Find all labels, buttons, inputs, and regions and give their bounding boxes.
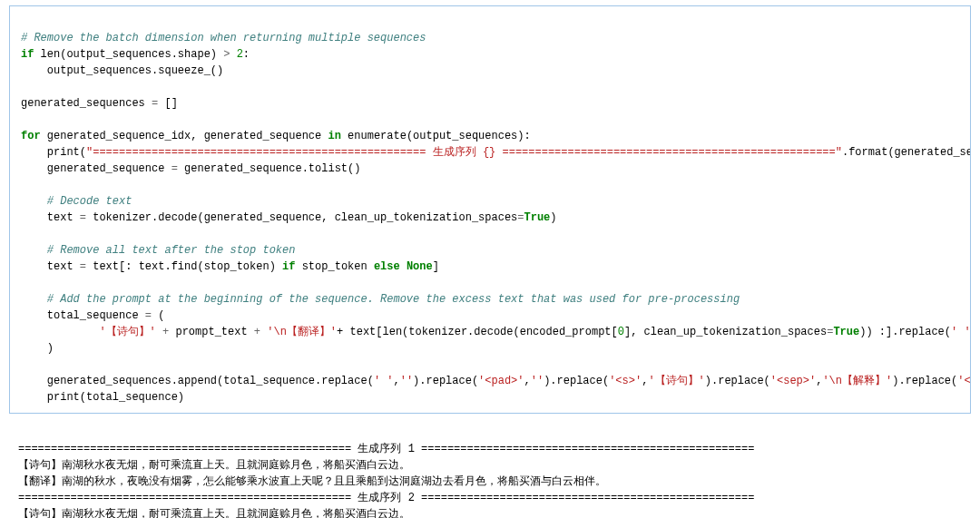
fn-len: len xyxy=(41,48,61,61)
tolist: generated_sequence.tolist() xyxy=(178,162,361,175)
sep2l: ========================================… xyxy=(18,492,351,504)
colon: : xyxy=(243,48,250,61)
plus2: + xyxy=(254,326,260,338)
kw-in: in xyxy=(328,130,340,142)
seq1-poem: 【诗句】南湖秋水夜无烟，耐可乘流直上天。且就洞庭赊月色，将船买酒白云边。 xyxy=(18,459,410,472)
output-cell: ========================================… xyxy=(9,419,971,518)
comma3: , xyxy=(393,375,399,387)
str-sep-right: ========================================… xyxy=(495,146,842,159)
sep2r: ========================================… xyxy=(421,492,754,504)
str-trans: '\n【翻译】' xyxy=(267,326,337,338)
op-eq2: = xyxy=(172,162,178,175)
true2: True xyxy=(833,326,859,338)
repl5: ).replace( xyxy=(705,375,770,387)
enum-arg: (output_sequences): xyxy=(407,130,531,142)
bracket: ] xyxy=(433,260,439,273)
text-assign: text xyxy=(21,211,80,224)
str-poem: '【诗句】' xyxy=(99,326,155,338)
kw-for: for xyxy=(21,130,41,142)
op-eq6: = xyxy=(145,309,152,322)
seq1-label: 生成序列 xyxy=(358,443,401,455)
stop-tok: stop_token xyxy=(295,260,373,273)
s-poem2: '【诗句】' xyxy=(648,375,704,387)
op-eq3: = xyxy=(80,211,86,224)
open-paren: ( xyxy=(152,309,164,322)
gs-assign: generated_sequence xyxy=(21,162,172,175)
s-sep: '<sep>' xyxy=(770,375,816,387)
fmt-call: .format(generated_sequence_idx xyxy=(842,146,971,159)
sep1r: ========================================… xyxy=(421,443,754,455)
s-pad2: '<pad>' xyxy=(478,375,524,387)
prompt-text: prompt_text xyxy=(175,326,253,338)
comment: # Remove the batch dimension when return… xyxy=(21,32,426,44)
op-eq5: = xyxy=(80,260,86,273)
comment-decode: # Decode text xyxy=(21,195,132,208)
kw-if2: if xyxy=(282,260,295,273)
num-0: 0 xyxy=(618,326,624,338)
kw-else: else xyxy=(374,260,400,273)
s-explain: '\n【解释】' xyxy=(822,375,892,387)
op-eq4: = xyxy=(517,211,524,224)
tok-decode: tokenizer.decode(generated_sequence, cle… xyxy=(86,211,517,224)
s-empty3: '' xyxy=(400,375,413,387)
s-space2: ' ' xyxy=(374,375,394,387)
str-sep-left: "=======================================… xyxy=(86,146,433,159)
print: print( xyxy=(21,146,86,159)
comment-add: # Add the prompt at the beginning of the… xyxy=(21,293,740,306)
num-2: 2 xyxy=(230,48,242,61)
plus1: + xyxy=(156,326,176,338)
seq2-label: 生成序列 xyxy=(358,492,401,504)
true1: True xyxy=(524,211,551,224)
kw-if: if xyxy=(21,48,34,61)
seq2-poem: 【诗句】南湖秋水夜无烟，耐可乘流直上天。且就洞庭赊月色，将船买酒白云边。 xyxy=(18,508,410,518)
s-empty4: '' xyxy=(531,375,544,387)
str-seq-label: 生成序列 {} xyxy=(433,146,496,159)
repl4: ).replace( xyxy=(544,375,609,387)
sep1l: ========================================… xyxy=(18,443,351,455)
comment-remove: # Remove all text after the stop token xyxy=(21,244,295,257)
text2: text xyxy=(21,260,80,273)
total-assign: total_sequence xyxy=(21,309,145,322)
close-line: ) xyxy=(21,342,54,355)
seq1-tr: 【翻译】南湖的秋水，夜晚没有烟雾，怎么能够乘水波直上天呢？且且乘船到达洞庭湖边去… xyxy=(18,475,606,488)
gs-init: generated_sequences xyxy=(21,97,152,110)
fn-enumerate: enumerate xyxy=(341,130,407,142)
s-space: ' ' xyxy=(951,326,971,338)
comma4: , xyxy=(524,375,531,387)
append-line: generated_sequences.append(total_sequenc… xyxy=(21,375,374,387)
code-cell: # Remove the batch dimension when return… xyxy=(9,5,971,414)
s-end: '</s>' xyxy=(957,375,971,387)
text-slice: + text[len(tokenizer.decode(encoded_prom… xyxy=(337,326,618,338)
for-vars: generated_sequence_idx, generated_sequen… xyxy=(41,130,328,142)
mid: ], clean_up_tokenization_spaces xyxy=(624,326,827,338)
slice-expr: text[: text.find(stop_token) xyxy=(86,260,282,273)
repl6: ).replace( xyxy=(892,375,957,387)
end-slice: )) :].replace( xyxy=(859,326,951,338)
none: None xyxy=(400,260,433,273)
squeeze-line: output_sequences.squeeze_() xyxy=(21,64,223,77)
print-total: print(total_sequence) xyxy=(21,391,184,404)
repl3: ).replace( xyxy=(413,375,478,387)
paren: ) xyxy=(550,211,556,224)
expr: (output_sequences.shape) xyxy=(60,48,223,61)
s-s: '<s>' xyxy=(609,375,642,387)
empty-list: [] xyxy=(158,97,178,110)
